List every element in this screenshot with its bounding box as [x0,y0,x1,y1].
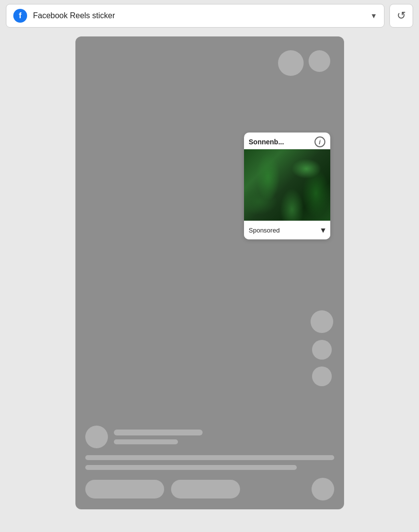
action-btn-2[interactable] [171,480,240,499]
action-icon-3[interactable] [312,366,332,386]
avatar-circle-1 [278,50,304,76]
action-buttons-row [85,478,334,500]
caption-line-1 [85,455,334,460]
caption-line-2 [85,465,297,470]
toolbar: f Facebook Reels sticker ▼ ↺ [0,0,419,32]
phone-preview: Sonnenb... i Sponsored ▾ [75,36,344,509]
action-icon-1[interactable] [311,310,333,333]
user-text-lines [114,430,203,444]
ad-card-title: Sonnenb... [249,138,314,146]
top-avatars [278,50,330,76]
ad-card-chevron-icon[interactable]: ▾ [321,225,325,235]
bottom-action-circle[interactable] [312,478,334,500]
sticker-selector[interactable]: f Facebook Reels sticker ▼ [6,4,384,28]
right-action-icons [311,310,333,386]
preview-wrapper: Sonnenb... i Sponsored ▾ [0,32,419,519]
ad-sticker-card[interactable]: Sonnenb... i Sponsored ▾ [244,133,330,239]
ad-card-image [244,149,330,221]
sticker-selector-label: Facebook Reels sticker [33,11,364,20]
info-icon[interactable]: i [314,136,325,147]
action-icon-2[interactable] [312,340,332,360]
sponsored-label: Sponsored [249,227,280,234]
subtitle-line [114,439,178,444]
user-info-row [85,426,334,448]
user-avatar [85,426,108,448]
caption-lines [85,455,334,470]
username-line [114,430,203,435]
ad-card-footer: Sponsored ▾ [244,221,330,239]
ad-card-header: Sonnenb... i [244,133,330,149]
bottom-section [75,426,344,509]
refresh-icon: ↺ [397,9,406,22]
chevron-down-icon: ▼ [370,12,377,20]
facebook-icon: f [13,9,27,23]
refresh-button[interactable]: ↺ [389,4,413,28]
action-btn-1[interactable] [85,480,164,499]
avatar-circle-2 [309,50,330,72]
